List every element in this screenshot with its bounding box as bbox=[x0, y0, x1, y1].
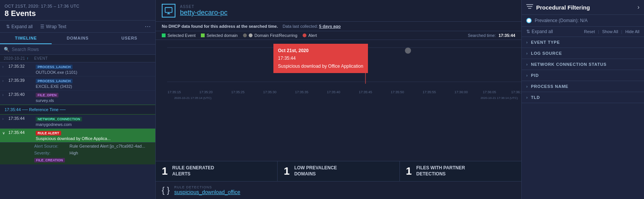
reset-button[interactable]: Reset bbox=[584, 29, 595, 34]
right-arrow[interactable]: › bbox=[638, 4, 639, 11]
event-time: 17:35:32 bbox=[8, 64, 34, 68]
legend-domain-first-icon bbox=[243, 33, 247, 37]
expand-all-button[interactable]: ⇅ Expand all bbox=[526, 29, 553, 34]
event-row[interactable]: › 17:35:32 PROCESS_LAUNCH OUTLOOK.exe (1… bbox=[0, 62, 155, 76]
svg-text:17:36:10: 17:36:10 bbox=[511, 90, 521, 94]
hide-all-button[interactable]: Hide All bbox=[625, 29, 639, 34]
rule-icon: { } bbox=[162, 185, 170, 195]
chevron-icon: › bbox=[526, 96, 528, 100]
chevron-icon: › bbox=[526, 40, 528, 45]
right-title: Procedural Filtering bbox=[536, 4, 590, 11]
dhcp-bar: No DHCP data found for this address at t… bbox=[156, 22, 521, 31]
svg-text:2020-10-21 17:36:14 (UTC): 2020-10-21 17:36:14 (UTC) bbox=[480, 96, 518, 100]
expand-arrow[interactable]: › bbox=[2, 117, 7, 121]
asset-info: ASSET betty-decaro-pc bbox=[180, 5, 227, 17]
event-row[interactable]: › 17:35:44 NETWORK_CONNECTION manygodnew… bbox=[0, 115, 155, 129]
legend-selected-event: Selected Event bbox=[162, 33, 196, 38]
chevron-icon: › bbox=[526, 73, 528, 78]
right-header: Procedural Filtering › bbox=[522, 0, 644, 15]
prevalence-row: Prevalence (Domain): N/A bbox=[522, 15, 644, 27]
stat-rule-alerts: 1 RULE GENERATEDALERTS bbox=[156, 161, 278, 181]
middle-panel: ASSET betty-decaro-pc No DHCP data found… bbox=[156, 0, 522, 199]
section-label: NETWORK CONNECTION STATUS bbox=[531, 62, 606, 67]
event-time: 17:35:39 bbox=[8, 78, 34, 83]
asset-name[interactable]: betty-decaro-pc bbox=[180, 9, 227, 17]
more-options-button[interactable]: ⋯ bbox=[145, 23, 151, 30]
legend-selected-domain-icon bbox=[201, 33, 205, 37]
asset-header: ASSET betty-decaro-pc bbox=[156, 0, 521, 22]
expand-arrow[interactable]: › bbox=[2, 65, 7, 69]
filter-section-header-event-type[interactable]: › EVENT TYPE bbox=[522, 37, 644, 48]
left-header: OCT 21ST, 2020: 17:35 – 17:36 UTC 8 Even… bbox=[0, 0, 155, 21]
tooltip-date: Oct 21st, 2020 bbox=[278, 47, 363, 54]
event-row-active[interactable]: ∨ 17:35:44 RULE ALERT Suspicious downloa… bbox=[0, 129, 155, 143]
stat-files-partner: 1 FILES WITH PARTNERDETECTIONS bbox=[400, 161, 521, 181]
event-desc: EXCEL.EXE (3432) bbox=[36, 84, 153, 89]
event-tag: RULE ALERT bbox=[36, 131, 61, 135]
detail-row: Alert Source: Rule Generated Alert [jo_c… bbox=[0, 143, 155, 150]
event-content: NETWORK_CONNECTION manygodnews.com bbox=[36, 116, 153, 127]
event-row[interactable]: › 17:35:40 FILE_OPEN survey.xls bbox=[0, 91, 155, 105]
svg-text:17:35:30: 17:35:30 bbox=[263, 90, 276, 94]
filter-section-header-log-source[interactable]: › LOG SOURCE bbox=[522, 48, 644, 59]
filter-section-tld: › TLD bbox=[522, 92, 644, 103]
tab-users[interactable]: USERS bbox=[104, 33, 155, 44]
filter-section-header-network-conn[interactable]: › NETWORK CONNECTION STATUS bbox=[522, 59, 644, 70]
legend-domain-recurring-icon bbox=[249, 33, 253, 37]
legend-domain-first: Domain First/Recurring bbox=[243, 33, 297, 38]
expand-all-icon: ⇅ bbox=[526, 29, 530, 34]
date-range: OCT 21ST, 2020: 17:35 – 17:36 UTC bbox=[5, 4, 151, 8]
search-input[interactable] bbox=[12, 47, 152, 52]
detail-row: Severity: High bbox=[0, 150, 155, 156]
stat-label-1: RULE GENERATEDALERTS bbox=[172, 165, 214, 177]
filter-section-event-type: › EVENT TYPE bbox=[522, 37, 644, 48]
show-all-button[interactable]: Show All bbox=[602, 29, 618, 34]
prevalence-toggle[interactable] bbox=[526, 18, 532, 23]
stat-low-prevalence: 1 LOW PREVALENCEDOMAINS bbox=[278, 161, 399, 181]
filter-section-process-name: › PROCESS NAME bbox=[522, 81, 644, 92]
expand-all-button[interactable]: ⇅ Expand all bbox=[5, 23, 34, 30]
event-content: RULE ALERT Suspicious download by Office… bbox=[36, 130, 153, 141]
chevron-icon: › bbox=[526, 51, 528, 56]
event-content: PROCESS_LAUNCH EXCEL.EXE (3432) bbox=[36, 78, 153, 89]
rule-info: RULE DETECTIONS suspicious_download_offi… bbox=[174, 185, 240, 195]
timeline-scroll[interactable]: › 17:35:32 PROCESS_LAUNCH OUTLOOK.exe (1… bbox=[0, 62, 155, 199]
tooltip-msg: Suspicious download by Office Applicatio… bbox=[278, 62, 363, 70]
svg-text:17:35:35: 17:35:35 bbox=[295, 90, 308, 94]
event-tag: NETWORK_CONNECTION bbox=[36, 117, 82, 121]
expand-arrow[interactable]: ∨ bbox=[2, 131, 7, 135]
event-tag: PROCESS_LAUNCH bbox=[36, 65, 73, 69]
event-time: 17:35:44 bbox=[8, 116, 34, 121]
expand-arrow[interactable]: › bbox=[2, 93, 7, 97]
filter-section-header-pid[interactable]: › PID bbox=[522, 70, 644, 81]
expand-icon: ⇅ bbox=[6, 24, 10, 29]
rule-name[interactable]: suspicious_download_office bbox=[174, 189, 240, 195]
svg-text:17:35:25: 17:35:25 bbox=[231, 90, 245, 94]
tab-timeline[interactable]: TIMELINE bbox=[0, 33, 52, 44]
sort-arrow: ↑ bbox=[27, 56, 29, 60]
expand-arrow[interactable]: › bbox=[2, 79, 7, 83]
svg-text:17:36:05: 17:36:05 bbox=[483, 90, 496, 94]
svg-text:17:35:55: 17:35:55 bbox=[423, 90, 436, 94]
tab-domains[interactable]: DOMAINS bbox=[52, 33, 103, 44]
filter-section-header-tld[interactable]: › TLD bbox=[522, 92, 644, 103]
event-time: 17:35:44 bbox=[8, 130, 34, 135]
section-label: EVENT TYPE bbox=[531, 40, 560, 45]
event-content: FILE_OPEN survey.xls bbox=[36, 92, 153, 103]
search-row: 🔍 bbox=[0, 45, 155, 55]
svg-text:17:35:40: 17:35:40 bbox=[327, 90, 340, 94]
wrap-text-button[interactable]: ☰ Wrap Text bbox=[39, 23, 68, 30]
svg-text:17:35:45: 17:35:45 bbox=[359, 90, 372, 94]
legend-alert-icon bbox=[303, 33, 306, 37]
rule-footer: { } RULE DETECTIONS suspicious_download_… bbox=[156, 181, 521, 199]
event-tag: FILE_OPEN bbox=[36, 93, 58, 97]
y-axis-label: Prevalence bbox=[156, 70, 156, 89]
rule-label: RULE DETECTIONS bbox=[174, 185, 240, 189]
svg-point-22 bbox=[405, 48, 411, 54]
section-label: PID bbox=[531, 73, 539, 78]
event-row[interactable]: › 17:35:39 PROCESS_LAUNCH EXCEL.EXE (343… bbox=[0, 76, 155, 91]
svg-text:2020-10-21 17:35:14 (UTC): 2020-10-21 17:35:14 (UTC) bbox=[174, 96, 212, 100]
filter-section-header-process-name[interactable]: › PROCESS NAME bbox=[522, 81, 644, 92]
search-icon: 🔍 bbox=[4, 47, 9, 52]
legend-alert: Alert bbox=[303, 33, 317, 38]
